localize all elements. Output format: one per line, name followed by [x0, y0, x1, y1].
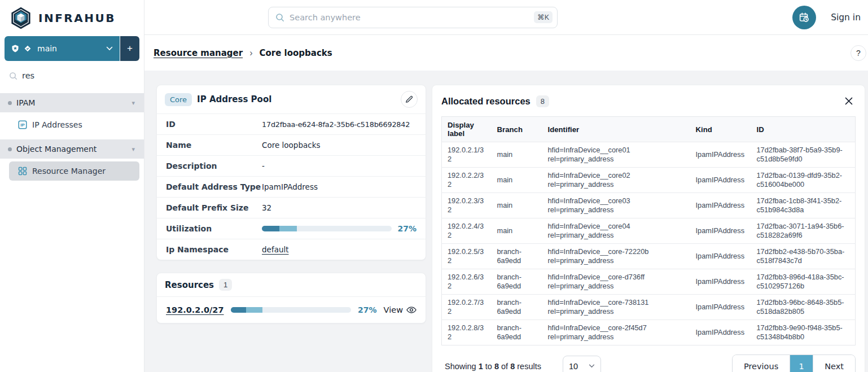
help-button[interactable]: ? [851, 45, 866, 61]
top-header: ⌘K Sign in [144, 0, 868, 35]
sidebar-search[interactable] [0, 61, 144, 88]
progress-segment-main [231, 307, 246, 313]
sidebar-group-object-management[interactable]: Object Management ▾ [0, 139, 144, 159]
field-row-id: ID 17d2fbaa-e624-8fa2-35b6-c518b6692842 [157, 113, 426, 134]
cell-display-label: 192.0.2.3/32 [442, 192, 492, 218]
bullet-icon [8, 101, 12, 105]
shield-badge-icon [11, 45, 19, 52]
calendar-clock-icon [798, 11, 810, 24]
logo[interactable]: INFRAHUB [0, 0, 144, 35]
view-label: View [384, 305, 403, 314]
cell-identifier: hfid=InfraDevice__core03rel=primary_addr… [542, 192, 690, 218]
utilization-bar: 27% [262, 224, 417, 233]
content: Core IP Address Pool ID 17d2fbaa-e624-8f… [144, 71, 868, 372]
cell-kind: IpamIPAddress [690, 192, 751, 218]
cell-id: 17d2fbac-1cb8-3f41-35b2-c51b984c3d8a [751, 192, 856, 218]
sidebar-group-label: IPAM [16, 98, 127, 107]
search-icon [275, 13, 284, 22]
cell-branch: branch-6a9edd [492, 269, 542, 294]
cell-display-label: 192.0.2.5/32 [442, 243, 492, 269]
field-row-utilization: Utilization 27% [157, 218, 426, 239]
previous-page-button[interactable]: Previous [733, 355, 790, 372]
cell-branch: main [492, 142, 542, 168]
allocated-resources-panel: Allocated resources 8 Display label [432, 85, 865, 372]
cell-display-label: 192.0.2.8/32 [442, 320, 492, 345]
field-label: Ip Namespace [166, 245, 262, 254]
ip-address-icon: IP [18, 120, 27, 129]
sidebar-item-ip-addresses[interactable]: IP IP Addresses [9, 115, 139, 134]
global-search[interactable]: ⌘K [268, 7, 558, 28]
cell-id: 17d2fbb3-896d-418a-35bc-c5102957126b [751, 269, 856, 294]
edit-button[interactable] [401, 91, 418, 108]
sidebar-item-resource-manager[interactable]: Resource Manager [9, 161, 139, 181]
table-row: 192.0.2.3/32 main hfid=InfraDevice__core… [442, 192, 856, 218]
table-header-row: Display label Branch Identifier Kind ID [442, 117, 856, 142]
allocated-panel-header: Allocated resources 8 [441, 94, 856, 108]
sidebar-group-label: Object Management [16, 145, 127, 154]
page-1-button[interactable]: 1 [790, 355, 813, 372]
view-button[interactable]: View [384, 305, 417, 314]
logo-wordmark: INFRAHUB [38, 11, 116, 25]
eye-icon [406, 306, 417, 314]
sign-in-link[interactable]: Sign in [831, 12, 861, 23]
field-value: Core loopbacks [262, 141, 321, 150]
keyboard-shortcut-badge: ⌘K [534, 11, 553, 23]
table-row: 192.0.2.7/32 branch-6a9edd hfid=InfraDev… [442, 294, 856, 320]
cell-kind: IpamIPAddress [690, 142, 751, 168]
column-header-kind: Kind [690, 117, 751, 142]
collapse-triangle-icon: ▾ [131, 146, 136, 153]
prefix-link[interactable]: 192.0.2.0/27 [166, 305, 224, 314]
branch-selector-button[interactable]: main [5, 36, 120, 61]
cell-display-label: 192.0.2.6/32 [442, 269, 492, 294]
cell-display-label: 192.0.2.2/32 [442, 167, 492, 192]
next-page-button[interactable]: Next [813, 355, 855, 372]
cell-id: 17d2fbac-3071-1a94-35b6-c518282a69f6 [751, 218, 856, 243]
page-size-value: 10 [569, 362, 578, 371]
add-branch-button[interactable]: + [120, 36, 139, 61]
cell-kind: IpamIPAddress [690, 294, 751, 320]
close-panel-button[interactable] [842, 94, 856, 108]
progress-segment-branches [246, 307, 262, 313]
cell-branch: branch-6a9edd [492, 320, 542, 345]
field-value: 32 [262, 203, 271, 212]
branch-diamond-icon [24, 45, 32, 52]
cell-branch: branch-6a9edd [492, 294, 542, 320]
sidebar-item-label: Resource Manager [32, 167, 106, 176]
search-icon [9, 72, 17, 80]
cell-kind: IpamIPAddress [690, 243, 751, 269]
schedule-avatar-button[interactable] [792, 6, 816, 29]
resources-card-header: Resources 1 [157, 273, 426, 296]
pool-card-title: IP Address Pool [197, 94, 396, 104]
page-size-select[interactable]: 10 [563, 356, 601, 372]
branch-selector-row: main + [0, 36, 144, 61]
pager: Previous 1 Next [732, 355, 856, 372]
cell-branch: main [492, 192, 542, 218]
resources-card: Resources 1 192.0.2.0/27 27% View [156, 273, 426, 323]
bullet-icon [8, 147, 12, 151]
allocated-resources-table: Display label Branch Identifier Kind ID … [441, 116, 856, 345]
cell-identifier: hfid=InfraDevice__core01rel=primary_addr… [542, 142, 690, 168]
column-header-identifier: Identifier [542, 117, 690, 142]
field-value: - [262, 161, 265, 170]
cell-id: 17d2fbac-0139-dfd9-35b2-c516004be000 [751, 167, 856, 192]
cell-kind: IpamIPAddress [690, 269, 751, 294]
global-search-input[interactable] [290, 13, 529, 22]
sidebar-search-input[interactable] [22, 71, 124, 80]
table-row: 192.0.2.1/32 main hfid=InfraDevice__core… [442, 142, 856, 168]
field-label: Description [166, 161, 262, 170]
header-actions: Sign in [792, 6, 861, 29]
breadcrumb-parent-link[interactable]: Resource manager [154, 48, 243, 58]
cell-identifier: hfid=InfraDevice__core-738131rel=primary… [542, 294, 690, 320]
cell-display-label: 192.0.2.1/32 [442, 142, 492, 168]
progress-segment-main [262, 226, 279, 231]
svg-text:IP: IP [20, 122, 25, 128]
cell-kind: IpamIPAddress [690, 218, 751, 243]
grid-icon [18, 167, 27, 176]
cell-id: 17d2fbb2-e438-5b70-35ba-c518f7843c7d [751, 243, 856, 269]
namespace-link[interactable]: default [262, 245, 289, 254]
progress-segment-branches [279, 226, 297, 231]
sidebar-group-ipam[interactable]: IPAM ▾ [0, 93, 144, 112]
main-area: ⌘K Sign in Resource manager [144, 0, 868, 372]
resource-percent: 27% [358, 305, 377, 314]
details-column: Core IP Address Pool ID 17d2fbaa-e624-8f… [156, 85, 426, 372]
